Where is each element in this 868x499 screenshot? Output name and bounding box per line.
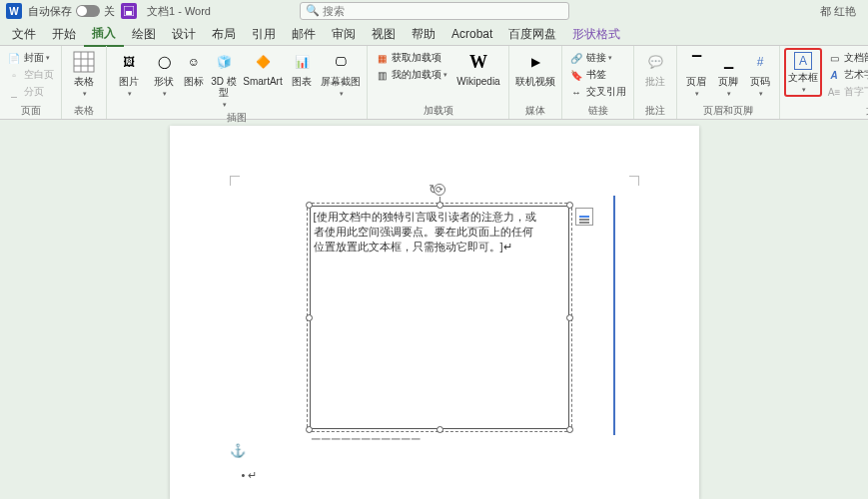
video-icon: ▶ bbox=[523, 50, 547, 74]
crossref-button[interactable]: ↔交叉引用 bbox=[566, 84, 629, 100]
tab-file[interactable]: 文件 bbox=[4, 22, 44, 46]
tab-references[interactable]: 引用 bbox=[244, 22, 284, 46]
tab-shape-format[interactable]: 形状格式 bbox=[564, 22, 628, 46]
get-addins-button[interactable]: ▦获取加载项 bbox=[372, 50, 450, 66]
shapes-button[interactable]: ◯形状▾ bbox=[149, 48, 179, 99]
wordart-label: 艺术字 bbox=[844, 68, 868, 82]
text-box[interactable]: ⟳ [使用文档中的独特引言吸引读者的注意力，或者使用此空间强调要点。要在此页面上… bbox=[310, 206, 569, 429]
resize-handle-s[interactable] bbox=[436, 426, 443, 433]
resize-handle-se[interactable] bbox=[566, 426, 573, 433]
link-icon: 🔗 bbox=[569, 51, 583, 65]
icons-button[interactable]: ☺图标 bbox=[181, 48, 207, 87]
screenshot-label: 屏幕截图 bbox=[321, 76, 361, 87]
footer-label: 页脚 bbox=[718, 76, 738, 87]
tab-baidu[interactable]: 百度网盘 bbox=[500, 22, 564, 46]
group-text: A文本框▾ ▭文档部件▾ A艺术字▾ A≡首字下沉▾ ✎签名行▾ 🗓日期和时间 … bbox=[780, 46, 868, 119]
page[interactable]: ↻ ⟳ [使用文档中的独特引言吸引读者的注意力，或者使用此空间强调要点。要在此页… bbox=[170, 126, 699, 499]
smartart-button[interactable]: 🔶SmartArt bbox=[241, 48, 285, 87]
document-title: 文档1 - Word bbox=[147, 4, 211, 19]
online-video-button[interactable]: ▶联机视频 bbox=[513, 48, 557, 87]
group-illustrations: 🖼图片▾ ◯形状▾ ☺图标 🧊3D 模型▾ 🔶SmartArt 📊图表 🖵屏幕截… bbox=[107, 46, 368, 119]
page-break-button[interactable]: ⎯分页 bbox=[4, 84, 57, 100]
blank-page-button[interactable]: ▫空白页 bbox=[4, 67, 57, 83]
tab-review[interactable]: 审阅 bbox=[324, 22, 364, 46]
tab-layout[interactable]: 布局 bbox=[204, 22, 244, 46]
toggle-switch-icon[interactable] bbox=[76, 5, 100, 17]
chart-icon: 📊 bbox=[290, 50, 314, 74]
dropcap-button[interactable]: A≡首字下沉▾ bbox=[824, 84, 868, 100]
pagenum-label: 页码 bbox=[750, 76, 770, 87]
resize-handle-ne[interactable] bbox=[566, 202, 573, 209]
screenshot-button[interactable]: 🖵屏幕截图▾ bbox=[319, 48, 363, 99]
search-icon: 🔍 bbox=[306, 4, 320, 17]
smartart-icon: 🔶 bbox=[251, 50, 275, 74]
bookmark-button[interactable]: 🔖书签 bbox=[566, 67, 629, 83]
group-label-tables: 表格 bbox=[66, 103, 102, 119]
table-button[interactable]: 表格▾ bbox=[66, 48, 102, 99]
group-media: ▶联机视频 媒体 bbox=[509, 46, 562, 119]
my-addins-button[interactable]: ▥我的加载项▾ bbox=[372, 67, 450, 83]
wikipedia-icon: W bbox=[466, 50, 490, 74]
document-area[interactable]: ↻ ⟳ [使用文档中的独特引言吸引读者的注意力，或者使用此空间强调要点。要在此页… bbox=[0, 120, 868, 499]
tab-design[interactable]: 设计 bbox=[164, 22, 204, 46]
smartart-label: SmartArt bbox=[243, 76, 282, 87]
textbox-button[interactable]: A文本框▾ bbox=[784, 48, 822, 97]
search-input[interactable] bbox=[300, 2, 569, 20]
wikipedia-button[interactable]: WWikipedia bbox=[452, 48, 504, 87]
tab-help[interactable]: 帮助 bbox=[404, 22, 443, 46]
icons-label: 图标 bbox=[184, 76, 204, 87]
cover-label: 封面 bbox=[24, 51, 44, 65]
group-tables: 表格▾ 表格 bbox=[62, 46, 107, 119]
dropcap-icon: A≡ bbox=[827, 85, 841, 99]
blank-label: 空白页 bbox=[24, 68, 54, 82]
blank-icon: ▫ bbox=[7, 68, 21, 82]
picture-button[interactable]: 🖼图片▾ bbox=[111, 48, 147, 99]
text-box-content[interactable]: [使用文档中的独特引言吸引读者的注意力，或者使用此空间强调要点。要在此页面上的任… bbox=[314, 210, 541, 254]
resize-handle-nw[interactable] bbox=[306, 202, 313, 209]
ribbon-tabs: 文件 开始 插入 绘图 设计 布局 引用 邮件 审阅 视图 帮助 Acrobat… bbox=[0, 22, 868, 46]
group-label-comments: 批注 bbox=[638, 103, 672, 119]
resize-handle-w[interactable] bbox=[306, 314, 313, 321]
crossref-icon: ↔ bbox=[569, 85, 583, 99]
dropcap-label: 首字下沉 bbox=[844, 85, 868, 99]
chart-button[interactable]: 📊图表 bbox=[287, 48, 317, 87]
group-addins: ▦获取加载项 ▥我的加载项▾ WWikipedia 加载项 bbox=[368, 46, 509, 119]
rotate-handle[interactable]: ⟳ bbox=[434, 184, 445, 196]
comment-button[interactable]: 💬批注 bbox=[638, 48, 672, 87]
user-name[interactable]: 都 红艳 bbox=[820, 4, 856, 19]
link-label: 链接 bbox=[586, 51, 606, 65]
link-button[interactable]: 🔗链接▾ bbox=[566, 50, 629, 66]
tab-mail[interactable]: 邮件 bbox=[284, 22, 324, 46]
resize-handle-e[interactable] bbox=[566, 314, 573, 321]
icons-icon: ☺ bbox=[182, 50, 206, 74]
comment-label: 批注 bbox=[645, 76, 665, 87]
resize-handle-n[interactable] bbox=[436, 202, 443, 209]
header-label: 页眉 bbox=[686, 76, 706, 87]
break-label: 分页 bbox=[24, 85, 44, 99]
table-label: 表格 bbox=[74, 76, 94, 87]
layout-options-button[interactable] bbox=[575, 208, 593, 226]
overflow-text-hint: ▁▁▁▁▁▁▁▁▁▁▁ bbox=[312, 427, 422, 440]
tab-home[interactable]: 开始 bbox=[44, 22, 84, 46]
cover-page-button[interactable]: 📄封面▾ bbox=[4, 50, 57, 66]
video-label: 联机视频 bbox=[515, 76, 555, 87]
wordart-button[interactable]: A艺术字▾ bbox=[824, 67, 868, 83]
chart-label: 图表 bbox=[292, 76, 312, 87]
margin-corner-tl bbox=[230, 176, 240, 186]
group-label-illus: 插图 bbox=[111, 110, 363, 126]
save-button[interactable] bbox=[121, 3, 137, 19]
footer-button[interactable]: ▁页脚▾ bbox=[713, 48, 743, 99]
pagenum-button[interactable]: #页码▾ bbox=[745, 48, 775, 99]
quickparts-button[interactable]: ▭文档部件▾ bbox=[824, 50, 868, 66]
group-headerfooter: ▔页眉▾ ▁页脚▾ #页码▾ 页眉和页脚 bbox=[677, 46, 780, 119]
header-button[interactable]: ▔页眉▾ bbox=[681, 48, 711, 99]
picture-label: 图片 bbox=[119, 76, 139, 87]
header-icon: ▔ bbox=[684, 50, 708, 74]
3d-model-button[interactable]: 🧊3D 模型▾ bbox=[209, 48, 239, 110]
tab-view[interactable]: 视图 bbox=[364, 22, 404, 46]
tab-draw[interactable]: 绘图 bbox=[124, 22, 164, 46]
anchor-icon[interactable]: ⚓ bbox=[230, 443, 246, 458]
autosave-toggle[interactable]: 自动保存 关 bbox=[28, 4, 115, 19]
tab-acrobat[interactable]: Acrobat bbox=[443, 22, 500, 46]
tab-insert[interactable]: 插入 bbox=[84, 21, 124, 47]
